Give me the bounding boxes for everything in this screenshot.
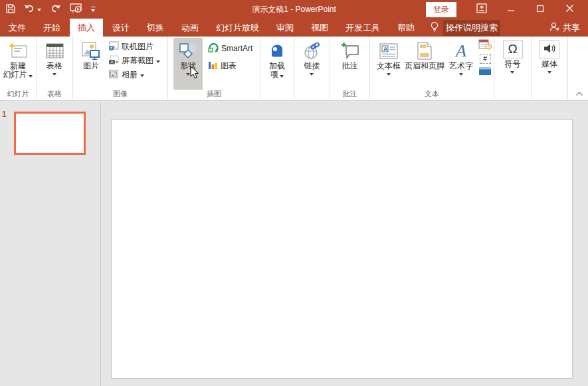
wordart-icon: A (456, 43, 466, 60)
wordart-caret-icon (459, 72, 464, 76)
shapes-button[interactable]: 形状 (173, 38, 203, 90)
tab-design[interactable]: 设计 (104, 19, 138, 37)
group-label-addins (260, 90, 294, 100)
start-slideshow-button[interactable] (70, 3, 82, 15)
slide-number: 1 (2, 110, 7, 119)
header-footer-button[interactable]: 页眉和页脚 (403, 38, 446, 90)
new-slide-icon (8, 40, 28, 62)
powerpoint-window: 演示文稿1 - PowerPoint 登录 文件 开始 插入 设计 切换 动 (0, 0, 588, 386)
sign-in-button[interactable]: 登录 (426, 2, 456, 17)
group-label-tables: 表格 (37, 90, 72, 100)
date-time-icon (478, 39, 492, 52)
media-button[interactable]: 媒体 (535, 38, 564, 90)
new-slide-caret-icon (29, 74, 33, 78)
textbox-caret-icon (387, 72, 391, 76)
slide-canvas[interactable] (111, 119, 573, 379)
comment-button[interactable]: 批注 (336, 38, 365, 90)
smartart-icon (208, 43, 219, 54)
links-button[interactable]: 链接 (298, 38, 327, 90)
tab-row-spacer (500, 19, 549, 37)
date-time-button[interactable] (478, 40, 492, 51)
wordart-button[interactable]: A 艺术字 (446, 38, 476, 90)
picture-button[interactable]: 图片 (76, 38, 106, 90)
save-button[interactable] (6, 4, 15, 15)
group-comments: 批注 批注 (330, 37, 370, 100)
tab-developer[interactable]: 开发工具 (338, 19, 388, 37)
slide-1-thumbnail[interactable] (14, 112, 86, 155)
tab-review[interactable]: 审阅 (268, 19, 302, 37)
ribbon-display-options-button[interactable] (467, 0, 496, 19)
table-icon (46, 40, 64, 62)
chart-icon (208, 60, 218, 72)
smartart-button[interactable]: SmartArt (208, 40, 252, 57)
shapes-icon (179, 40, 197, 62)
share-button[interactable]: 共享 (549, 19, 588, 37)
table-caret-icon (52, 72, 57, 76)
close-button[interactable] (555, 0, 584, 19)
textbox-label: 文本框 (377, 62, 401, 70)
group-addins: 加载 项 (260, 37, 294, 100)
minimize-button[interactable] (496, 0, 526, 19)
ribbon: 新建 幻灯片 幻灯片 表格 表格 (0, 37, 588, 101)
group-label-slides: 幻灯片 (0, 90, 36, 100)
tab-file[interactable]: 文件 (1, 19, 34, 37)
links-caret-icon (310, 72, 314, 76)
collapse-ribbon-chevron-icon (575, 88, 583, 98)
new-slide-label-line2: 幻灯片 (3, 70, 27, 79)
share-label: 共享 (563, 22, 580, 34)
addins-button[interactable]: 加载 项 (262, 38, 292, 90)
tell-me-search[interactable]: 操作说明搜索 (430, 19, 500, 37)
save-icon (6, 4, 15, 15)
collapse-ribbon-button[interactable] (575, 88, 583, 98)
tab-insert[interactable]: 插入 (70, 19, 103, 37)
group-label-illustrations: 插图 (168, 90, 260, 100)
group-label-text: 文本 (370, 90, 494, 100)
slide-editor-area (101, 101, 588, 386)
table-button[interactable]: 表格 (40, 38, 69, 90)
picture-icon (82, 40, 100, 62)
new-slide-button[interactable]: 新建 幻灯片 (2, 38, 35, 90)
links-icon (304, 40, 321, 62)
symbol-omega-icon: Ω (508, 43, 517, 56)
symbol-button[interactable]: Ω 符号 (498, 38, 528, 90)
close-icon (565, 4, 574, 15)
table-label: 表格 (47, 62, 62, 70)
text-mini-buttons: # (478, 38, 492, 90)
comment-icon (341, 40, 359, 62)
addins-label-line2: 项 (270, 70, 278, 79)
slide-number-button[interactable]: # (478, 53, 492, 64)
undo-button[interactable] (24, 4, 42, 15)
tab-transitions[interactable]: 切换 (139, 19, 172, 37)
screenshot-button[interactable]: 屏幕截图 (108, 54, 161, 68)
undo-caret-icon (37, 7, 42, 11)
screenshot-label: 屏幕截图 (122, 55, 153, 66)
header-footer-icon (417, 40, 432, 62)
undo-icon (24, 4, 35, 15)
photo-album-button[interactable]: 相册 (108, 68, 145, 82)
shapes-caret-icon (186, 72, 191, 76)
share-person-icon (549, 22, 559, 34)
slide-thumbnails-panel[interactable]: 1 (0, 101, 101, 386)
shapes-label: 形状 (180, 62, 196, 70)
tab-help[interactable]: 帮助 (389, 19, 423, 37)
maximize-button[interactable] (526, 0, 555, 19)
online-pictures-button[interactable]: 联机图片 (108, 40, 153, 54)
screenshot-caret-icon (156, 59, 161, 63)
customize-qat-button[interactable] (91, 7, 96, 12)
object-button[interactable] (478, 66, 492, 78)
chart-button[interactable]: 图表 (208, 57, 237, 74)
chart-label: 图表 (221, 60, 237, 72)
tab-slide-show[interactable]: 幻灯片放映 (208, 19, 267, 37)
media-caret-icon (547, 70, 552, 74)
maximize-icon (536, 5, 544, 15)
redo-button[interactable] (50, 4, 61, 15)
tab-view[interactable]: 视图 (303, 19, 336, 37)
group-tables: 表格 表格 (37, 37, 73, 100)
textbox-icon: A (379, 40, 398, 62)
quick-access-toolbar (0, 3, 96, 15)
textbox-button[interactable]: A 文本框 (374, 38, 403, 90)
redo-icon (50, 4, 61, 15)
tab-home[interactable]: 开始 (35, 19, 68, 37)
tab-animations[interactable]: 动画 (173, 19, 207, 37)
wordart-label: 艺术字 (449, 62, 473, 70)
